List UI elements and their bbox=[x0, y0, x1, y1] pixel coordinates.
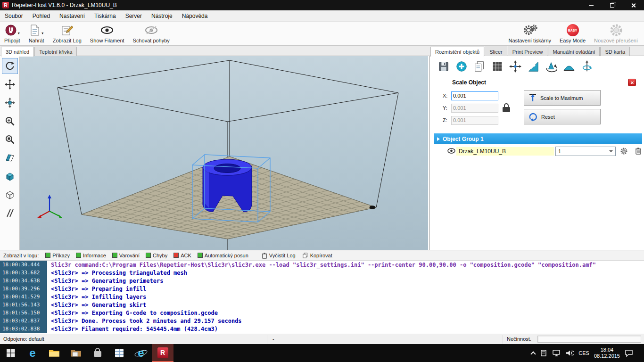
show-filament-button[interactable]: Show Filament bbox=[86, 22, 129, 45]
log-timestamp: 18:01:56.150 bbox=[0, 309, 47, 317]
action-center-icon[interactable] bbox=[625, 349, 633, 357]
lay-flat-button[interactable] bbox=[562, 59, 576, 74]
taskbar-grid-app-button[interactable] bbox=[108, 344, 130, 362]
taskbar-folder-app-button[interactable] bbox=[65, 344, 87, 362]
windows-logo-icon bbox=[7, 349, 15, 357]
show-edges-button[interactable] bbox=[2, 205, 18, 221]
minimize-button[interactable] bbox=[580, 0, 602, 10]
rotate-object-button[interactable] bbox=[544, 59, 558, 74]
add-object-button[interactable] bbox=[454, 59, 469, 74]
taskbar-explorer-button[interactable] bbox=[43, 344, 65, 362]
menu-item[interactable]: Pohled bbox=[28, 10, 55, 21]
log-timestamp: 18:00:41.529 bbox=[0, 293, 47, 301]
clock[interactable]: 18:04 08.12.2015 bbox=[594, 347, 620, 359]
cross-section-button[interactable] bbox=[2, 150, 18, 166]
object-name[interactable]: Drzak_LM10UU_B bbox=[456, 147, 554, 156]
menu-item[interactable]: Server bbox=[121, 10, 147, 21]
object-row[interactable]: Drzak_LM10UU_B 1 bbox=[434, 146, 642, 156]
log-output[interactable]: 18:00:30.444 Slic3r command:C:\Program F… bbox=[0, 261, 644, 333]
object-visibility-icon[interactable] bbox=[447, 148, 455, 155]
tray-app-icon[interactable] bbox=[540, 349, 547, 357]
network-icon[interactable] bbox=[552, 349, 561, 357]
menu-item[interactable]: Nástroje bbox=[147, 10, 177, 21]
scale-to-maximum-button[interactable]: Scale to Maximum bbox=[524, 90, 601, 106]
rotate-view-button[interactable] bbox=[2, 58, 18, 74]
show-desktop-button[interactable] bbox=[640, 344, 642, 362]
log-filter-label: Zobrazit v logu: bbox=[3, 253, 39, 258]
taskbar-ie-button[interactable]: e bbox=[130, 344, 152, 362]
main-toolbar: ▾ Připojit ▾ Nahrát Zobrazit Log Show Fi… bbox=[0, 22, 644, 46]
restore-button[interactable] bbox=[602, 0, 623, 10]
lay-flat-icon bbox=[563, 60, 575, 73]
panel-tab[interactable]: Manuální ovládání bbox=[548, 47, 600, 56]
menu-item[interactable]: Nápověda bbox=[177, 10, 213, 21]
object-delete-icon[interactable] bbox=[635, 147, 642, 156]
center-object-icon bbox=[509, 60, 521, 73]
menu-item[interactable]: Soubor bbox=[0, 10, 28, 21]
object-count-dropdown[interactable]: 1 bbox=[555, 147, 616, 156]
panel-tab[interactable]: Print Preview bbox=[508, 47, 548, 56]
move-view-button[interactable] bbox=[2, 76, 18, 92]
save-button[interactable] bbox=[437, 59, 451, 74]
printer-settings-label: Nastavení tiskárny bbox=[509, 38, 551, 43]
scale-input[interactable] bbox=[451, 91, 498, 100]
start-button[interactable] bbox=[0, 344, 22, 362]
hidden-icons-chevron[interactable] bbox=[531, 351, 536, 356]
panel-tab[interactable]: Rozmístění objektů bbox=[430, 47, 484, 57]
log-filter-toggle[interactable]: Příkazy bbox=[45, 253, 70, 258]
log-filter-toggle[interactable]: Informace bbox=[76, 253, 106, 258]
volume-icon[interactable] bbox=[565, 349, 574, 357]
easy-mode-button[interactable]: EASY Easy Mode bbox=[555, 22, 590, 45]
scale-reset-button[interactable]: Reset bbox=[524, 109, 601, 124]
log-row: 18:00:34.638 <Slic3r> => Generating peri… bbox=[0, 277, 644, 285]
language-indicator[interactable]: CES bbox=[578, 350, 589, 356]
load-button[interactable]: ▾ Nahrát bbox=[25, 22, 49, 45]
taskbar-bag-app-button[interactable] bbox=[87, 344, 108, 362]
scale-panel-close-button[interactable] bbox=[628, 79, 636, 86]
close-button[interactable] bbox=[623, 0, 644, 10]
printer-settings-button[interactable]: Nastavení tiskárny bbox=[504, 22, 555, 45]
close-icon bbox=[631, 3, 636, 8]
connect-dropdown-icon[interactable]: ▾ bbox=[18, 31, 20, 35]
filter-label: ACK bbox=[181, 253, 191, 258]
clear-log-button[interactable]: Vyčistit Log bbox=[262, 252, 296, 259]
front-view-button[interactable] bbox=[2, 168, 18, 184]
object-group-header[interactable]: Object Group 1 bbox=[434, 133, 642, 144]
zoom-fit-button[interactable] bbox=[2, 132, 18, 148]
rotate-to-face-button[interactable] bbox=[580, 59, 594, 74]
scale-object-button[interactable] bbox=[526, 59, 540, 74]
panel-tab[interactable]: SD karta bbox=[600, 47, 630, 56]
copy-object-button[interactable] bbox=[472, 59, 487, 74]
perspective-view-button[interactable] bbox=[2, 187, 18, 203]
dropdown-chevron-icon[interactable] bbox=[607, 148, 615, 155]
scale-input[interactable] bbox=[451, 116, 498, 125]
3d-viewport[interactable] bbox=[20, 56, 428, 250]
menu-item[interactable]: Tiskárna bbox=[90, 10, 121, 21]
view-tab[interactable]: 3D náhled bbox=[1, 47, 34, 57]
autoposition-button[interactable] bbox=[490, 59, 504, 74]
taskbar-edge-button[interactable]: e bbox=[22, 344, 43, 362]
log-filter-toggle[interactable]: Automatický posun bbox=[198, 253, 248, 258]
object-settings-icon[interactable] bbox=[620, 147, 628, 156]
menu-item[interactable]: Nastavení bbox=[55, 10, 90, 21]
load-dropdown-icon[interactable]: ▾ bbox=[41, 31, 43, 35]
idle-status: Nečinnost. bbox=[507, 336, 531, 342]
log-filter-toggle[interactable]: Varování bbox=[112, 253, 140, 258]
taskbar-repetier-button[interactable]: R bbox=[152, 344, 173, 362]
filter-state-icon bbox=[76, 253, 81, 258]
zoom-in-button[interactable] bbox=[2, 113, 18, 129]
connect-button[interactable]: ▾ Připojit bbox=[0, 22, 25, 45]
scale-input[interactable] bbox=[451, 104, 498, 113]
panel-tab[interactable]: Slicer bbox=[485, 47, 507, 56]
move-object-button[interactable] bbox=[2, 95, 18, 111]
log-filter-toggle[interactable]: Chyby bbox=[146, 253, 167, 258]
front-view-icon bbox=[5, 171, 15, 181]
scale-lock-icon[interactable] bbox=[503, 103, 510, 113]
hide-travel-button[interactable]: Schovat pohyby bbox=[129, 22, 174, 45]
copy-log-button[interactable]: Kopírovat bbox=[302, 252, 332, 259]
filter-state-icon bbox=[45, 253, 50, 258]
center-object-button[interactable] bbox=[508, 59, 522, 74]
log-filter-toggle[interactable]: ACK bbox=[173, 253, 191, 258]
toggle-log-button[interactable]: Zobrazit Log bbox=[49, 22, 86, 45]
view-tab[interactable]: Teplotní křivka bbox=[34, 47, 77, 56]
